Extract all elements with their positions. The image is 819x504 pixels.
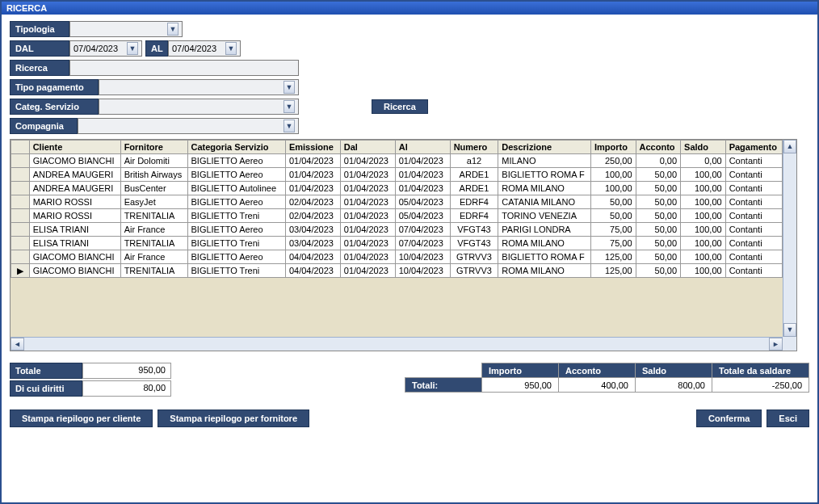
cell-al[interactable]: 07/04/2023 [395,237,450,250]
cell-acconto[interactable]: 50,00 [636,209,681,223]
col-cliente[interactable]: Cliente [29,141,120,154]
cell-cliente[interactable]: GIACOMO BIANCHI [29,250,120,264]
cell-numero[interactable]: a12 [450,154,498,168]
cell-acconto[interactable]: 50,00 [636,182,681,195]
cell-pagamento[interactable]: Contanti [725,223,782,237]
cell-categoria[interactable]: BIGLIETTO Aereo [187,195,285,209]
dal-date[interactable]: 07/04/2023 ▼ [69,40,142,57]
cell-dal[interactable]: 01/04/2023 [340,264,395,278]
cell-importo[interactable]: 75,00 [591,223,636,237]
cell-descrizione[interactable]: ROMA MILANO [498,182,591,195]
cell-categoria[interactable]: BIGLIETTO Treni [187,209,285,223]
cell-fornitore[interactable]: Air Dolomiti [120,154,187,168]
conferma-button[interactable]: Conferma [696,410,762,427]
cell-numero[interactable]: ARDE1 [450,182,498,195]
cell-al[interactable]: 10/04/2023 [395,250,450,264]
cell-pagamento[interactable]: Contanti [725,250,782,264]
cell-fornitore[interactable]: British Airways [120,168,187,182]
cell-dal[interactable]: 01/04/2023 [340,154,395,168]
cell-descrizione[interactable]: TORINO VENEZIA [498,209,591,223]
tipologia-combo[interactable]: ▼ [69,21,183,37]
cell-numero[interactable]: VFGT43 [450,237,498,250]
cell-descrizione[interactable]: ROMA MILANO [498,264,591,278]
cell-saldo[interactable]: 100,00 [681,168,726,182]
cell-saldo[interactable]: 100,00 [681,237,726,250]
col-descrizione[interactable]: Descrizione [498,141,591,154]
cell-al[interactable]: 01/04/2023 [395,154,450,168]
cell-saldo[interactable]: 100,00 [681,209,726,223]
cell-saldo[interactable]: 100,00 [681,182,726,195]
cell-categoria[interactable]: BIGLIETTO Aereo [187,154,285,168]
esci-button[interactable]: Esci [766,410,809,427]
cell-categoria[interactable]: BIGLIETTO Aereo [187,250,285,264]
cell-acconto[interactable]: 50,00 [636,223,681,237]
cell-descrizione[interactable]: CATANIA MILANO [498,195,591,209]
cell-importo[interactable]: 50,00 [591,209,636,223]
cell-pagamento[interactable]: Contanti [725,168,782,182]
scroll-up-icon[interactable]: ▲ [783,140,796,153]
table-row[interactable]: MARIO ROSSIEasyJetBIGLIETTO Aereo02/04/2… [11,195,783,209]
col-fornitore[interactable]: Fornitore [120,141,187,154]
cell-dal[interactable]: 01/04/2023 [340,182,395,195]
scroll-down-icon[interactable]: ▼ [783,323,796,337]
cell-al[interactable]: 05/04/2023 [395,195,450,209]
cell-descrizione[interactable]: PARIGI LONDRA [498,223,591,237]
cell-pagamento[interactable]: Contanti [725,182,782,195]
table-row[interactable]: ANDREA MAUGERIBusCenterBIGLIETTO Autolin… [11,182,783,195]
cell-numero[interactable]: EDRF4 [450,195,498,209]
col-emissione[interactable]: Emissione [285,141,340,154]
cell-descrizione[interactable]: BIGLIETTO ROMA F [498,168,591,182]
al-date[interactable]: 07/04/2023 ▼ [168,40,241,57]
cell-saldo[interactable]: 100,00 [681,195,726,209]
ricerca-input[interactable] [69,60,299,76]
tipo-pagamento-combo[interactable]: ▼ [99,79,299,95]
table-row[interactable]: MARIO ROSSITRENITALIABIGLIETTO Treni02/0… [11,209,783,223]
cell-cliente[interactable]: ELISA TRIANI [29,237,120,250]
ricerca-button[interactable]: Ricerca [372,99,428,114]
cell-al[interactable]: 01/04/2023 [395,182,450,195]
cell-pagamento[interactable]: Contanti [725,237,782,250]
cell-cliente[interactable]: MARIO ROSSI [29,195,120,209]
col-dal[interactable]: Dal [340,141,395,154]
compagnia-combo[interactable]: ▼ [78,118,299,134]
cell-descrizione[interactable]: ROMA MILANO [498,237,591,250]
cell-al[interactable]: 05/04/2023 [395,209,450,223]
cell-pagamento[interactable]: Contanti [725,264,782,278]
cell-numero[interactable]: ARDE1 [450,168,498,182]
col-categoria-servizio[interactable]: Categoria Servizio [187,141,285,154]
cell-emissione[interactable]: 04/04/2023 [285,250,340,264]
vertical-scrollbar[interactable]: ▲ ▼ [783,140,796,337]
col-importo[interactable]: Importo [591,141,636,154]
cell-pagamento[interactable]: Contanti [725,195,782,209]
cell-importo[interactable]: 250,00 [591,154,636,168]
cell-acconto[interactable]: 50,00 [636,237,681,250]
cell-dal[interactable]: 01/04/2023 [340,195,395,209]
cell-fornitore[interactable]: TRENITALIA [120,237,187,250]
cell-saldo[interactable]: 100,00 [681,264,726,278]
cell-al[interactable]: 10/04/2023 [395,264,450,278]
cell-fornitore[interactable]: Air France [120,223,187,237]
cell-importo[interactable]: 100,00 [591,182,636,195]
stampa-riepilogo-cliente-button[interactable]: Stampa riepilogo per cliente [10,410,153,427]
cell-categoria[interactable]: BIGLIETTO Aereo [187,223,285,237]
cell-emissione[interactable]: 01/04/2023 [285,182,340,195]
cell-importo[interactable]: 125,00 [591,264,636,278]
cell-numero[interactable]: GTRVV3 [450,250,498,264]
cell-dal[interactable]: 01/04/2023 [340,250,395,264]
table-row[interactable]: ▶GIACOMO BIANCHITRENITALIABIGLIETTO Tren… [11,264,783,278]
col-pagamento[interactable]: Pagamento [725,141,782,154]
cell-saldo[interactable]: 100,00 [681,250,726,264]
col-saldo[interactable]: Saldo [681,141,726,154]
scroll-right-icon[interactable]: ► [769,338,783,351]
cell-emissione[interactable]: 01/04/2023 [285,168,340,182]
categ-servizio-combo[interactable]: ▼ [99,99,299,115]
results-grid[interactable]: ClienteFornitoreCategoria ServizioEmissi… [10,139,797,351]
cell-categoria[interactable]: BIGLIETTO Treni [187,264,285,278]
cell-dal[interactable]: 01/04/2023 [340,209,395,223]
cell-cliente[interactable]: GIACOMO BIANCHI [29,264,120,278]
cell-pagamento[interactable]: Contanti [725,154,782,168]
table-row[interactable]: GIACOMO BIANCHIAir FranceBIGLIETTO Aereo… [11,250,783,264]
cell-acconto[interactable]: 50,00 [636,250,681,264]
scroll-left-icon[interactable]: ◄ [10,338,24,351]
cell-cliente[interactable]: ELISA TRIANI [29,223,120,237]
